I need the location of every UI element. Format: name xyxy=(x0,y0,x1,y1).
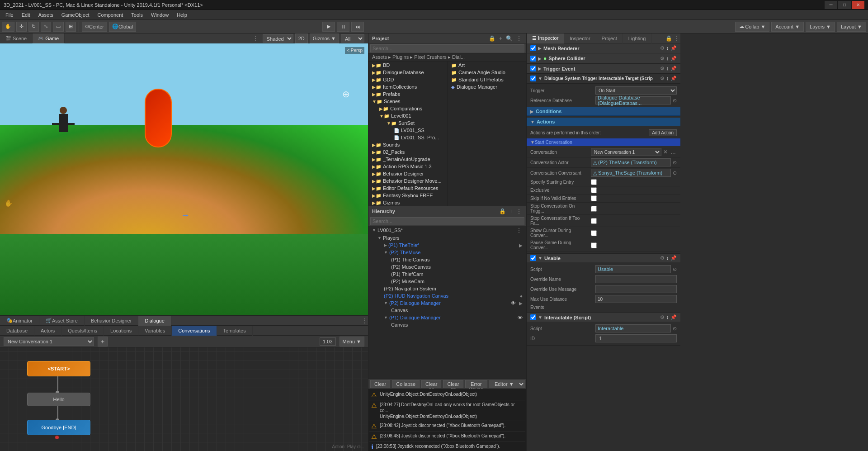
max-dist-input[interactable] xyxy=(595,295,677,303)
actor-dots-icon[interactable]: ⊙ xyxy=(673,160,677,166)
tree-item-editordefault[interactable]: ▶📁 Editor Default Resources xyxy=(368,185,447,192)
hierarchy-search-input[interactable] xyxy=(370,217,524,225)
conversation-clear-button[interactable]: ✕ xyxy=(662,149,669,155)
hier-item-eye2[interactable]: 👁 xyxy=(518,315,523,320)
menu-tools[interactable]: Tools xyxy=(127,11,146,19)
tree-item-itemcollections[interactable]: ▶📁 ItemCollections xyxy=(368,83,447,90)
tab-behavior-designer[interactable]: Behavior Designer xyxy=(85,316,139,326)
cursor-checkbox[interactable] xyxy=(591,230,597,236)
console-clear-on-play-button[interactable]: Clear on Play xyxy=(421,380,441,388)
console-collapse-button[interactable]: Collapse xyxy=(392,380,420,388)
menu-assets[interactable]: Assets xyxy=(35,11,57,19)
inspector-tab-secondary[interactable]: Inspector xyxy=(564,33,596,43)
file-art[interactable]: 📁 Art xyxy=(448,62,526,69)
console-entry-1[interactable]: ⚠ UnityEngine.Object:DontDestroyOnLoad(O… xyxy=(369,390,525,400)
override-msg-input[interactable] xyxy=(595,285,677,293)
tree-item-prefabs[interactable]: ▶📁 Prefabs xyxy=(368,90,447,98)
step-button[interactable]: ⏭ xyxy=(351,22,364,32)
dialogue-subtab-variables[interactable]: Variables xyxy=(138,326,172,336)
dialogue-subtab-database[interactable]: Database xyxy=(0,326,34,336)
scale-tool-button[interactable]: ⤡ xyxy=(41,22,51,32)
hier-item-navsys[interactable]: (P2) Navigation System xyxy=(368,285,526,292)
conversation-select-input[interactable]: New Conversation 1 xyxy=(591,148,661,156)
gear-icon[interactable]: ⚙ xyxy=(660,56,665,62)
gizmos-button[interactable]: Gizmos ▼ xyxy=(310,33,339,43)
project-add-button[interactable]: + xyxy=(498,35,503,42)
maximize-button[interactable]: □ xyxy=(838,1,851,9)
skip-checkbox[interactable] xyxy=(591,195,597,201)
2d-button[interactable]: 2D xyxy=(295,33,308,43)
gear-icon[interactable]: ⚙ xyxy=(660,314,665,320)
hier-item-muse[interactable]: ▼ (P2) TheMuse xyxy=(368,249,526,256)
sphere-collider-header[interactable]: ▶ ● Sphere Collider ⚙ ↕ 📌 xyxy=(527,53,680,64)
trigger-select[interactable]: On Start xyxy=(595,86,677,95)
inspector-tab-main[interactable]: ☰ Inspector xyxy=(527,33,564,43)
menu-component[interactable]: Component xyxy=(94,11,127,19)
hier-item-p2dialogue[interactable]: ▼ (P2) Dialogue Manager 👁 ▶ xyxy=(368,299,526,307)
hier-item-musecanvas[interactable]: (P2) MuseCanvas xyxy=(368,263,526,271)
shading-mode-select[interactable]: Shaded xyxy=(263,34,293,43)
tree-item-bd2[interactable]: ▶📁 Behavior Designer xyxy=(368,170,447,177)
hierarchy-lock-button[interactable]: 🔒 xyxy=(498,208,507,214)
account-button[interactable]: Account ▼ xyxy=(771,22,804,32)
mesh-renderer-checkbox[interactable] xyxy=(530,45,536,51)
actions-header[interactable]: ▼ Actions xyxy=(527,118,680,126)
pause-button[interactable]: ⏸ xyxy=(337,22,349,32)
sphere-collider-checkbox[interactable] xyxy=(530,56,536,62)
tree-item-bd[interactable]: ▶📁 BD xyxy=(368,62,447,69)
conversant-dots-icon[interactable]: ⊙ xyxy=(673,170,677,176)
dialogue-canvas[interactable]: <START> Hello Goodbye [END] xyxy=(0,347,368,451)
pause-checkbox[interactable] xyxy=(591,242,597,248)
trigger-event-checkbox[interactable] xyxy=(530,66,536,71)
console-entry-4[interactable]: ⚠ [23:08:48] Joystick disconnected ("Xbo… xyxy=(369,432,525,442)
gear-icon[interactable]: ⚙ xyxy=(660,255,665,261)
interactable-checkbox[interactable] xyxy=(530,314,536,320)
hier-item-canvas2[interactable]: Canvas xyxy=(368,321,526,328)
dialogue-menu-button[interactable]: Menu ▼ xyxy=(340,337,364,347)
gear-icon[interactable]: ⚙ xyxy=(660,45,665,51)
usable-checkbox[interactable] xyxy=(530,255,536,261)
dialogue-subtab-templates[interactable]: Templates xyxy=(217,326,253,336)
console-clear-button[interactable]: Clear xyxy=(370,380,390,388)
space-global-button[interactable]: 🌐 Global xyxy=(109,22,136,32)
interactable-script-dots-icon[interactable]: ⊙ xyxy=(673,326,677,332)
tree-item-sounds[interactable]: ▶📁 Sounds xyxy=(368,141,447,148)
script-field[interactable]: Usable xyxy=(595,265,671,273)
hier-item-thiefcam[interactable]: (P1) ThiefCam xyxy=(368,271,526,278)
console-entry-5[interactable]: ℹ [23:08:53] Joystick reconnected ("Xbox… xyxy=(369,442,525,451)
tab-dialogue[interactable]: Dialogue xyxy=(138,316,171,326)
interactable-script-field[interactable]: Interactable xyxy=(595,324,671,332)
conversant-field[interactable]: △ Sonya_TheSage (Transform) xyxy=(591,169,671,177)
collab-button[interactable]: ☁ Collab ▼ xyxy=(735,22,769,32)
tree-item-rpgmusic[interactable]: ▶📁 Action RPG Music 1.3 xyxy=(368,163,447,170)
hier-item-eye[interactable]: 👁 xyxy=(511,300,516,306)
gear-icon[interactable]: ⚙ xyxy=(660,76,665,81)
id-input[interactable] xyxy=(595,334,677,342)
tab-game[interactable]: 🎮 Game xyxy=(33,33,65,43)
gear-icon[interactable]: ⚙ xyxy=(660,66,665,71)
menu-file[interactable]: File xyxy=(2,11,17,19)
all-select[interactable]: All xyxy=(341,34,364,43)
inspector-tab-project[interactable]: Project xyxy=(596,33,623,43)
tree-item-lv001ss[interactable]: 📄 LV001_SS xyxy=(368,127,447,134)
tree-item-lv001sspro[interactable]: 📄 LV001_SS_Pro... xyxy=(368,134,447,141)
actor-field[interactable]: △ (P2) TheMuse (Transform) xyxy=(591,158,671,166)
multi-tool-button[interactable]: ⊞ xyxy=(66,22,76,32)
bottom-panel-menu-button[interactable]: ⋮ xyxy=(361,318,368,324)
move-tool-button[interactable]: ✛ xyxy=(16,22,27,32)
console-error-pause-button[interactable]: Error Pause xyxy=(465,380,487,388)
tree-item-scenes[interactable]: ▼📁 Scenes xyxy=(368,98,447,105)
script-dots-icon[interactable]: ⊙ xyxy=(673,266,677,272)
reference-db-field[interactable]: Dialogue Database (DialogueDatabas... xyxy=(595,96,671,104)
file-dialogue-manager[interactable]: ◆ Dialogue Manager xyxy=(448,83,526,90)
layers-button[interactable]: Layers ▼ xyxy=(806,22,835,32)
tree-item-gizmos[interactable]: ▶📁 Gizmos xyxy=(368,199,447,206)
mesh-renderer-header[interactable]: ▶ Mesh Renderer ⚙ ↕ 📌 xyxy=(527,43,680,53)
menu-gameobject[interactable]: GameObject xyxy=(58,11,93,19)
dialogue-subtab-conversations[interactable]: Conversations xyxy=(172,326,217,336)
pivot-center-button[interactable]: ⊙ Center xyxy=(82,22,107,32)
conditions-header[interactable]: ▶ Conditions xyxy=(527,107,680,116)
project-search-input[interactable] xyxy=(370,44,524,52)
console-editor-select[interactable]: Editor ▼ xyxy=(489,380,525,388)
console-clear-on-build-button[interactable]: Clear on Build xyxy=(443,380,463,388)
